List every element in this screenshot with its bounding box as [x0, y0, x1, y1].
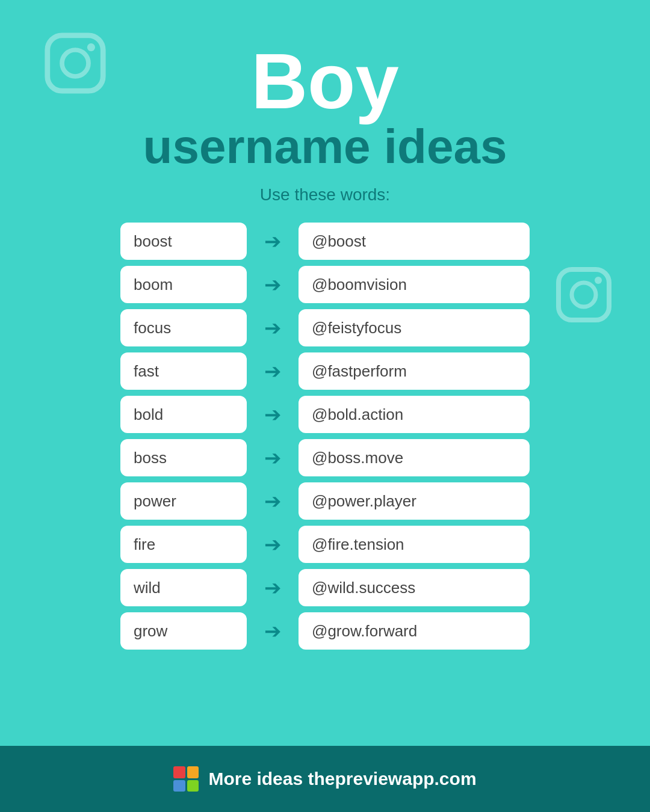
arrow-icon: ➔	[258, 489, 288, 513]
subtitle-text: Use these words:	[260, 185, 390, 205]
table-row: fire➔@fire.tension	[120, 526, 530, 563]
table-row: grow➔@grow.forward	[120, 612, 530, 650]
arrow-icon: ➔	[258, 532, 288, 556]
username-box: @grow.forward	[299, 612, 530, 650]
arrow-icon: ➔	[258, 446, 288, 470]
username-box: @boomvision	[299, 266, 530, 303]
preview-app-icon	[173, 766, 199, 792]
footer-text: More ideas thepreviewapp.com	[208, 769, 476, 789]
word-box: boom	[120, 266, 247, 303]
svg-point-4	[572, 283, 596, 307]
table-row: boost➔@boost	[120, 223, 530, 260]
word-box: fire	[120, 526, 247, 563]
username-box: @fire.tension	[299, 526, 530, 563]
arrow-icon: ➔	[258, 576, 288, 600]
svg-point-1	[62, 50, 88, 76]
table-row: bold➔@bold.action	[120, 396, 530, 433]
svg-rect-3	[559, 269, 609, 320]
word-box: boss	[120, 439, 247, 476]
svg-point-2	[87, 43, 95, 51]
title-subtitle: username ideas	[143, 120, 507, 173]
username-box: @boost	[299, 223, 530, 260]
arrow-icon: ➔	[258, 229, 288, 253]
table-row: wild➔@wild.success	[120, 569, 530, 606]
main-content: Boy username ideas Use these words: boos…	[0, 0, 650, 746]
word-box: fast	[120, 352, 247, 390]
username-box: @fastperform	[299, 352, 530, 390]
title-boy: Boy	[251, 42, 399, 120]
username-box: @wild.success	[299, 569, 530, 606]
svg-point-5	[595, 277, 602, 284]
instagram-icon-top-left	[42, 30, 108, 96]
arrow-icon: ➔	[258, 619, 288, 643]
table-row: fast➔@fastperform	[120, 352, 530, 390]
arrow-icon: ➔	[258, 402, 288, 426]
table-row: boss➔@boss.move	[120, 439, 530, 476]
arrow-icon: ➔	[258, 359, 288, 383]
username-table: boost➔@boostboom➔@boomvisionfocus➔@feist…	[120, 223, 530, 650]
arrow-icon: ➔	[258, 272, 288, 297]
word-box: focus	[120, 309, 247, 346]
word-box: power	[120, 482, 247, 520]
instagram-icon-bottom-right	[554, 265, 614, 325]
table-row: power➔@power.player	[120, 482, 530, 520]
username-box: @bold.action	[299, 396, 530, 433]
word-box: bold	[120, 396, 247, 433]
username-box: @boss.move	[299, 439, 530, 476]
arrow-icon: ➔	[258, 316, 288, 340]
username-box: @feistyfocus	[299, 309, 530, 346]
username-box: @power.player	[299, 482, 530, 520]
footer: More ideas thepreviewapp.com	[0, 746, 650, 812]
word-box: grow	[120, 612, 247, 650]
table-row: focus➔@feistyfocus	[120, 309, 530, 346]
svg-rect-0	[48, 35, 103, 91]
table-row: boom➔@boomvision	[120, 266, 530, 303]
word-box: boost	[120, 223, 247, 260]
word-box: wild	[120, 569, 247, 606]
